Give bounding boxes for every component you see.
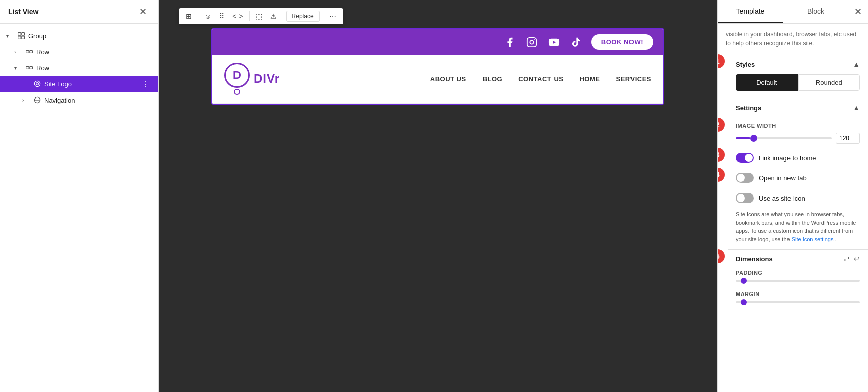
left-panel-header: List View ✕ bbox=[0, 0, 158, 24]
toolbar-warning-button[interactable]: ⚠ bbox=[267, 10, 280, 22]
toolbar-separator-4 bbox=[323, 11, 323, 21]
toolbar-separator-3 bbox=[283, 11, 283, 21]
svg-rect-12 bbox=[527, 37, 536, 46]
svg-point-9 bbox=[36, 83, 39, 85]
padding-label: PADDING bbox=[728, 265, 868, 278]
link-to-home-label: Link image to home bbox=[759, 154, 860, 162]
youtube-icon[interactable] bbox=[547, 35, 561, 49]
tree-row2-label: Row bbox=[36, 64, 152, 72]
toggle-knob-link bbox=[745, 154, 753, 162]
group-icon bbox=[16, 31, 26, 41]
main-canvas-area: ⊞ ☺ ⠿ < > ⬚ ⚠ Replace ⋯ bbox=[159, 0, 717, 392]
padding-slider-track[interactable] bbox=[736, 280, 860, 282]
dimensions-link-icon[interactable]: ↩ bbox=[854, 255, 860, 263]
svg-rect-5 bbox=[30, 51, 33, 53]
badge-3: 3 bbox=[717, 148, 725, 162]
padding-slider-row bbox=[728, 278, 868, 286]
link-image-row: 3 Link image to home bbox=[718, 148, 868, 168]
site-icon-settings-link[interactable]: Site Icon settings bbox=[792, 236, 834, 242]
svg-rect-6 bbox=[26, 67, 29, 69]
slider-thumb[interactable] bbox=[750, 135, 757, 142]
instagram-icon[interactable] bbox=[525, 35, 539, 49]
navigation-icon bbox=[32, 95, 42, 105]
link-to-home-toggle[interactable] bbox=[736, 153, 754, 163]
badge-4: 4 bbox=[717, 168, 725, 182]
toolbar-crop-button[interactable]: ⬚ bbox=[253, 10, 265, 22]
tree-nav-label: Navigation bbox=[44, 96, 152, 104]
left-panel-close-button[interactable]: ✕ bbox=[136, 6, 150, 17]
slider-fill bbox=[736, 137, 750, 139]
block-toolbar: ⊞ ☺ ⠿ < > ⬚ ⚠ Replace ⋯ bbox=[179, 8, 343, 24]
tree-item-row2[interactable]: ▾ Row bbox=[0, 60, 158, 76]
toolbar-transform-button[interactable]: ⊞ bbox=[183, 10, 195, 22]
tree-logo-label: Site Logo bbox=[44, 80, 138, 88]
tree-row1-label: Row bbox=[36, 48, 152, 56]
tree-group-label: Group bbox=[28, 32, 152, 40]
slider-with-input bbox=[736, 133, 860, 144]
padding-slider-thumb[interactable] bbox=[741, 278, 747, 284]
margin-slider-thumb[interactable] bbox=[741, 299, 747, 305]
tree-item-group[interactable]: ▾ Group bbox=[0, 28, 158, 44]
margin-slider-row bbox=[728, 299, 868, 307]
style-rounded-button[interactable]: Rounded bbox=[798, 74, 860, 91]
book-now-button[interactable]: BOOK NOW! bbox=[591, 34, 653, 50]
panel-description: visible in your dashboard, browser tabs,… bbox=[718, 24, 868, 54]
open-new-tab-toggle[interactable] bbox=[736, 173, 754, 183]
toolbar-drag-button[interactable]: ⠿ bbox=[216, 10, 227, 22]
tiktok-icon[interactable] bbox=[569, 35, 583, 49]
tree-more-icon[interactable]: ⋮ bbox=[140, 79, 152, 89]
margin-slider-track[interactable] bbox=[736, 301, 860, 303]
nav-link-home[interactable]: HOME bbox=[579, 75, 600, 83]
dimensions-header: Dimensions ⇄ ↩ bbox=[728, 249, 868, 265]
settings-collapse-icon[interactable]: ▲ bbox=[853, 104, 860, 112]
site-icon-toggle[interactable] bbox=[736, 193, 754, 203]
tab-block[interactable]: Block bbox=[783, 0, 848, 23]
chevron-row1-icon: › bbox=[14, 49, 22, 55]
site-nav-links: ABOUT US BLOG CONTACT US HOME SERVICES bbox=[430, 75, 651, 83]
image-width-section: 2 IMAGE WIDTH bbox=[718, 118, 868, 148]
tree-item-row1[interactable]: › Row bbox=[0, 44, 158, 60]
logo-text: DIVr bbox=[254, 72, 280, 86]
open-new-tab-label: Open in new tab bbox=[759, 174, 860, 182]
styles-collapse-icon[interactable]: ▲ bbox=[853, 60, 860, 68]
styles-section-header: Styles ▲ bbox=[728, 54, 868, 74]
site-header-nav: D DIVr ABOUT US BLOG CONTACT US HOME SER… bbox=[212, 55, 663, 104]
toolbar-more-button[interactable]: ⋯ bbox=[326, 10, 339, 22]
tree-item-site-logo[interactable]: Site Logo ⋮ bbox=[0, 76, 158, 92]
tree-container: ▾ Group › Row bbox=[0, 24, 158, 112]
tree-item-navigation[interactable]: › Navigation bbox=[0, 92, 158, 108]
toolbar-emoji-button[interactable]: ☺ bbox=[201, 10, 214, 22]
left-panel: List View ✕ ▾ Group › bbox=[0, 0, 159, 392]
site-icon-row: Use as site icon Site Icons are what you… bbox=[718, 188, 868, 249]
site-logo-area: D DIVr bbox=[224, 63, 280, 95]
image-width-label: IMAGE WIDTH bbox=[728, 118, 868, 131]
settings-section-header: Settings ▲ bbox=[728, 97, 868, 118]
site-logo-icon bbox=[32, 79, 42, 89]
badge-2: 2 bbox=[717, 118, 725, 132]
toggle-knob-icon bbox=[737, 194, 745, 202]
nav-link-blog[interactable]: BLOG bbox=[483, 75, 503, 83]
styles-section: 1 Styles ▲ Default Rounded bbox=[718, 54, 868, 97]
image-width-slider-track[interactable] bbox=[736, 137, 832, 139]
nav-link-contact[interactable]: CONTACT US bbox=[518, 75, 563, 83]
right-panel-close-button[interactable]: ✕ bbox=[848, 2, 868, 21]
image-width-input[interactable] bbox=[836, 133, 860, 144]
svg-rect-4 bbox=[26, 51, 29, 53]
site-preview: BOOK NOW! D DIVr ABOUT US BLOG CONTA bbox=[211, 28, 664, 105]
badge-1: 1 bbox=[717, 54, 725, 68]
canvas-wrapper: ⊞ ☺ ⠿ < > ⬚ ⚠ Replace ⋯ bbox=[159, 0, 717, 392]
nav-link-about[interactable]: ABOUT US bbox=[430, 75, 466, 83]
nav-link-services[interactable]: SERVICES bbox=[616, 75, 651, 83]
dimensions-icons: ⇄ ↩ bbox=[844, 255, 860, 263]
style-default-button[interactable]: Default bbox=[736, 74, 798, 91]
list-view-title: List View bbox=[8, 8, 38, 16]
dimensions-reset-icon[interactable]: ⇄ bbox=[844, 255, 850, 263]
tab-template[interactable]: Template bbox=[718, 0, 783, 23]
facebook-icon[interactable] bbox=[503, 35, 517, 49]
toolbar-replace-button[interactable]: Replace bbox=[286, 11, 320, 22]
margin-label: MARGIN bbox=[728, 286, 868, 299]
toolbar-code-button[interactable]: < > bbox=[229, 10, 246, 22]
toggle-knob-tab bbox=[737, 174, 745, 182]
svg-rect-3 bbox=[22, 36, 25, 39]
logo-dot bbox=[234, 89, 240, 95]
